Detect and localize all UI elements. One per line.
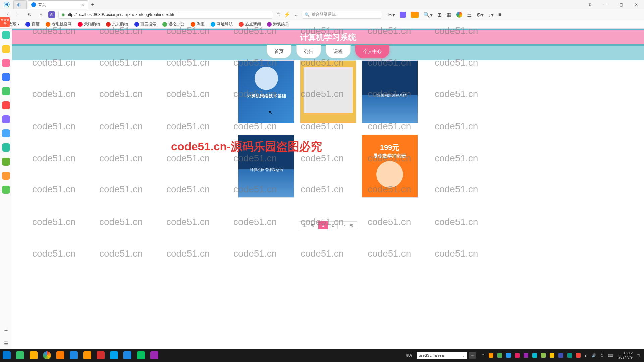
course-card[interactable]: 199元 暑假数学冲刺班	[362, 135, 418, 198]
tray-icon[interactable]	[558, 353, 563, 358]
ext-icon-3[interactable]: 🔍▾	[423, 12, 433, 18]
tray-icon[interactable]	[506, 353, 511, 358]
ext-icon-10[interactable]: ≡	[498, 12, 501, 18]
task-app-7[interactable]	[94, 349, 107, 362]
notification-icon[interactable]: ▢	[637, 353, 640, 358]
tab-pinned[interactable]: ◎	[13, 0, 27, 9]
search-input[interactable]: 🔍 后台登录系统	[302, 11, 382, 19]
new-tab-button[interactable]: +	[89, 2, 97, 8]
tab-active[interactable]: 首页 ×	[28, 0, 88, 9]
bookmark-games[interactable]: 游戏娱乐	[267, 21, 289, 27]
login-tag[interactable]: 登录账号	[0, 17, 10, 27]
ime-indicator[interactable]: 英	[600, 353, 604, 358]
tray-icon[interactable]	[550, 353, 554, 358]
sidebar-icon-12[interactable]	[2, 186, 10, 194]
ext-icon-6[interactable]	[456, 12, 462, 18]
ext-scissors-icon[interactable]: ✂▾	[388, 12, 395, 18]
task-app-10[interactable]	[134, 349, 148, 362]
nav-home[interactable]: 首页	[267, 45, 291, 58]
bookmark-baidu[interactable]: 百度	[25, 21, 40, 27]
bookmark-tmall[interactable]: 天猫购物	[78, 21, 100, 27]
bookmark-office[interactable]: 轻松办公	[162, 21, 184, 27]
sidebar-icon-7[interactable]	[2, 115, 10, 123]
bookmark-taobao[interactable]: 淘宝	[191, 21, 205, 27]
tray-icon[interactable]	[532, 353, 537, 358]
close-button[interactable]: ✕	[629, 0, 644, 9]
addr-go-button[interactable]: →	[469, 352, 476, 359]
nav-notice[interactable]: 公告	[296, 45, 321, 58]
tray-wifi-icon[interactable]: ⋔	[585, 353, 588, 358]
bookmark-nav[interactable]: 网址导航	[211, 21, 233, 27]
tray-icon[interactable]	[541, 353, 546, 358]
tray-up-icon[interactable]: ⌃	[482, 353, 485, 358]
ext-icon-4[interactable]: ⊞	[437, 12, 442, 18]
ext-icon-8[interactable]: ⚙▾	[476, 12, 484, 18]
task-app-9[interactable]	[121, 349, 134, 362]
page-2-button[interactable]: 2	[328, 221, 338, 229]
ext-icon-2[interactable]: 🛡▾	[411, 12, 419, 18]
url-input[interactable]: ◉ http://localhost:8080/zaixianjisuanjix…	[58, 11, 273, 19]
addr-input[interactable]: useSSL=false&⌄	[417, 352, 467, 359]
tray-sound-icon[interactable]: 🔊	[592, 353, 596, 358]
sidebar-icon-4[interactable]	[2, 73, 10, 81]
translate-icon[interactable]: 言	[276, 12, 280, 17]
minimize-button[interactable]: —	[598, 0, 613, 9]
sidebar-add-icon[interactable]: +	[4, 327, 8, 335]
tray-icon[interactable]	[515, 353, 520, 358]
ext-icon-1[interactable]	[400, 12, 406, 18]
task-app-3[interactable]	[40, 349, 54, 362]
page-next-button[interactable]: 下一页	[338, 221, 357, 229]
dropdown-icon[interactable]: ⌄	[294, 11, 298, 18]
tray-keyboard-icon[interactable]: ⌨	[608, 353, 613, 358]
sidebar-icon-8[interactable]	[2, 129, 10, 137]
system-tray: ⌃ ⋔ 🔊 英 ⌨	[482, 353, 613, 358]
sidebar-icon-11[interactable]	[2, 172, 10, 180]
ext-icon-7[interactable]: ☰	[467, 12, 472, 18]
app-icon	[97, 351, 105, 359]
nav-personal[interactable]: 个人中心	[355, 45, 389, 58]
bookmark-baidusearch[interactable]: 百度搜索	[134, 21, 156, 27]
sidebar-menu-icon[interactable]: ☰	[4, 341, 8, 346]
course-card[interactable]: 计算机网络课程总结	[238, 135, 294, 198]
sidebar-icon-2[interactable]	[2, 45, 10, 53]
start-button[interactable]	[0, 349, 13, 362]
course-card[interactable]: 计算机网络技术基础	[238, 60, 294, 123]
tray-icon[interactable]	[576, 353, 581, 358]
task-app-4[interactable]	[54, 349, 67, 362]
bookmark-news[interactable]: 热点新闻	[239, 21, 261, 27]
bookmark-jd[interactable]: 京东购物	[106, 21, 128, 27]
task-app-6[interactable]	[80, 349, 94, 362]
page-prev-button[interactable]: 上一页	[299, 221, 318, 229]
tray-icon[interactable]	[524, 353, 528, 358]
course-card[interactable]: 计算机网络课程总结	[362, 60, 418, 123]
forward-button[interactable]: 〉	[14, 11, 22, 19]
ext-icon-9[interactable]: ↓▾	[488, 12, 494, 18]
sidebar-icon-9[interactable]	[2, 143, 10, 152]
task-app-5[interactable]	[67, 349, 80, 362]
tray-icon[interactable]	[497, 353, 502, 358]
maximize-button[interactable]: ▢	[613, 0, 629, 9]
sidebar-icon-6[interactable]	[2, 101, 10, 109]
course-card[interactable]	[300, 60, 356, 123]
task-app-2[interactable]	[27, 349, 40, 362]
bookmark-laomaotao[interactable]: 老毛桃官网	[46, 21, 72, 27]
page-1-button[interactable]: 1	[318, 221, 328, 229]
flash-icon[interactable]: ⚡	[284, 11, 290, 18]
task-app-1[interactable]	[13, 349, 27, 362]
taskbar-clock[interactable]: 13:12 2024/8/9	[618, 351, 633, 360]
ai-button[interactable]: AI	[48, 11, 55, 18]
sidebar-icon-10[interactable]	[2, 158, 10, 166]
nav-course[interactable]: 课程	[326, 45, 351, 58]
ext-icon-5[interactable]: ▦	[446, 12, 451, 18]
sidebar-icon-3[interactable]	[2, 59, 10, 67]
task-app-8[interactable]	[107, 349, 121, 362]
task-app-11[interactable]	[148, 349, 161, 362]
reload-button[interactable]: ↻	[25, 11, 34, 19]
pip-button[interactable]: ⧉	[582, 0, 598, 9]
tray-icon[interactable]	[567, 353, 572, 358]
tray-icon[interactable]	[489, 353, 493, 358]
sidebar-icon-1[interactable]	[2, 31, 10, 39]
tab-close-icon[interactable]: ×	[82, 2, 84, 7]
home-button[interactable]: ⌂	[37, 11, 45, 19]
sidebar-icon-5[interactable]	[2, 87, 10, 95]
